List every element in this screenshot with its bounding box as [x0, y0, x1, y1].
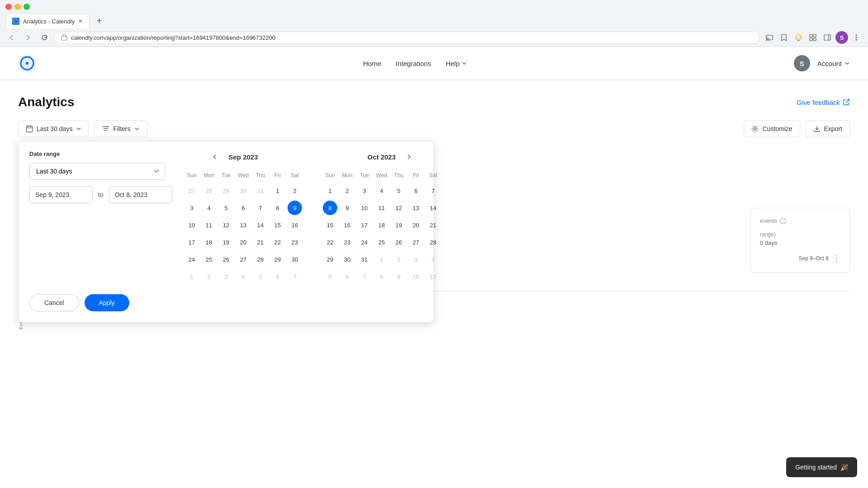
calendar-day[interactable]: 28 [253, 252, 268, 267]
customize-button[interactable]: Customize [744, 120, 800, 137]
calendar-day[interactable]: 23 [340, 235, 354, 249]
calendar-day[interactable]: 6 [340, 269, 354, 284]
calendar-day[interactable]: 9 [288, 201, 302, 215]
logo[interactable] [18, 54, 36, 72]
calendar-day[interactable]: 27 [184, 183, 199, 198]
calendar-day[interactable]: 17 [184, 235, 199, 249]
calendar-day[interactable]: 25 [202, 252, 216, 267]
window-minimize-button[interactable] [14, 4, 21, 10]
calendar-day[interactable]: 23 [288, 235, 302, 249]
calendar-day[interactable]: 1 [184, 269, 199, 284]
calendar-day[interactable]: 24 [357, 235, 372, 249]
calendar-day[interactable]: 2 [288, 183, 302, 198]
nav-home[interactable]: Home [363, 60, 381, 67]
calendar-day[interactable]: 18 [202, 235, 216, 249]
date-range-button[interactable]: Last 30 days [18, 120, 89, 137]
export-button[interactable]: Export [806, 120, 850, 137]
give-feedback-link[interactable]: Give feedback [797, 99, 850, 106]
calendar-day[interactable]: 14 [253, 218, 268, 232]
calendar-day[interactable]: 5 [253, 269, 268, 284]
calendar-day[interactable]: 5 [323, 269, 337, 284]
calendar-day[interactable]: 30 [340, 252, 354, 267]
url-bar[interactable]: calendly.com/app/organization/reporting?… [54, 32, 760, 44]
calendar-day[interactable]: 11 [426, 269, 440, 284]
nav-integrations[interactable]: Integrations [396, 60, 431, 67]
calendar-day[interactable]: 6 [236, 201, 250, 215]
calendar-day[interactable]: 20 [409, 218, 423, 232]
calendar-day[interactable]: 13 [409, 201, 423, 215]
cancel-button[interactable]: Cancel [29, 294, 79, 311]
window-close-button[interactable] [5, 4, 12, 10]
calendar-day[interactable]: 20 [236, 235, 250, 249]
calendar-day[interactable]: 18 [374, 218, 389, 232]
new-tab-button[interactable]: + [93, 15, 106, 28]
calendar-day[interactable]: 8 [323, 201, 337, 215]
calendar-day[interactable]: 19 [219, 235, 233, 249]
calendar-day[interactable]: 3 [184, 201, 199, 215]
calendar-day[interactable]: 29 [270, 252, 285, 267]
browser-profile-button[interactable]: S [835, 31, 848, 44]
calendar-day[interactable]: 10 [184, 218, 199, 232]
more-options-button[interactable]: ⋮ [832, 253, 840, 263]
calendar-day[interactable]: 2 [340, 183, 354, 198]
calendar-day[interactable]: 15 [323, 218, 337, 232]
window-maximize-button[interactable] [24, 4, 30, 10]
cast-button[interactable] [763, 31, 776, 44]
calendar-day[interactable]: 31 [253, 183, 268, 198]
calendar-day[interactable]: 11 [374, 201, 389, 215]
calendar-day[interactable]: 16 [340, 218, 354, 232]
calendar-day[interactable]: 25 [374, 235, 389, 249]
calendar-day[interactable]: 9 [340, 201, 354, 215]
date-range-select[interactable]: Last 30 days Last 7 days Last 14 days La… [29, 163, 165, 180]
calendar-day[interactable]: 16 [288, 218, 302, 232]
calendar-day[interactable]: 12 [392, 201, 406, 215]
extensions-button[interactable] [807, 31, 819, 44]
back-button[interactable] [5, 31, 18, 44]
calendar-day[interactable]: 7 [288, 269, 302, 284]
calendar-day[interactable]: 19 [392, 218, 406, 232]
calendar-day[interactable]: 6 [270, 269, 285, 284]
calendar-day[interactable]: 15 [270, 218, 285, 232]
calendar-day[interactable]: 31 [357, 252, 372, 267]
calendar-day[interactable]: 21 [253, 235, 268, 249]
calendar-day[interactable]: 7 [357, 269, 372, 284]
nav-help[interactable]: Help [446, 60, 467, 67]
filters-button[interactable]: Filters [94, 120, 147, 137]
refresh-button[interactable] [38, 31, 51, 44]
calendar-day[interactable]: 13 [236, 218, 250, 232]
calendar-day[interactable]: 10 [357, 201, 372, 215]
calendar-day[interactable]: 8 [374, 269, 389, 284]
calendar-day[interactable]: 9 [392, 269, 406, 284]
calendar-day[interactable]: 27 [409, 235, 423, 249]
calendar-day[interactable]: 21 [426, 218, 440, 232]
calendar-day[interactable]: 5 [392, 183, 406, 198]
browser-menu-button[interactable] [850, 31, 863, 44]
getting-started-toast[interactable]: Getting started 🎉 [786, 457, 857, 477]
calendar-day[interactable]: 12 [219, 218, 233, 232]
sidebar-toggle-button[interactable] [821, 31, 834, 44]
calendar-day[interactable]: 22 [270, 235, 285, 249]
calendar-day[interactable]: 10 [409, 269, 423, 284]
calendar-day[interactable]: 2 [392, 252, 406, 267]
end-date-input[interactable] [109, 186, 172, 203]
calendar-day[interactable]: 17 [357, 218, 372, 232]
bookmark-button[interactable] [778, 31, 790, 44]
calendar-day[interactable]: 11 [202, 218, 216, 232]
calendar-day[interactable]: 1 [374, 252, 389, 267]
calendar-day[interactable]: 2 [202, 269, 216, 284]
calendar-day[interactable]: 7 [426, 183, 440, 198]
calendar-day[interactable]: 1 [270, 183, 285, 198]
calendar-day[interactable]: 28 [426, 235, 440, 249]
prev-month-button[interactable] [208, 150, 221, 163]
calendar-day[interactable]: 5 [219, 201, 233, 215]
forward-button[interactable] [22, 31, 34, 44]
account-button[interactable]: Account [817, 60, 850, 67]
apply-button[interactable]: Apply [85, 294, 129, 311]
calendar-day[interactable]: 6 [409, 183, 423, 198]
calendar-day[interactable]: 14 [426, 201, 440, 215]
calendar-day[interactable]: 8 [270, 201, 285, 215]
calendar-day[interactable]: 3 [357, 183, 372, 198]
calendar-day[interactable]: 3 [409, 252, 423, 267]
calendar-day[interactable]: 30 [288, 252, 302, 267]
calendar-day[interactable]: 27 [236, 252, 250, 267]
